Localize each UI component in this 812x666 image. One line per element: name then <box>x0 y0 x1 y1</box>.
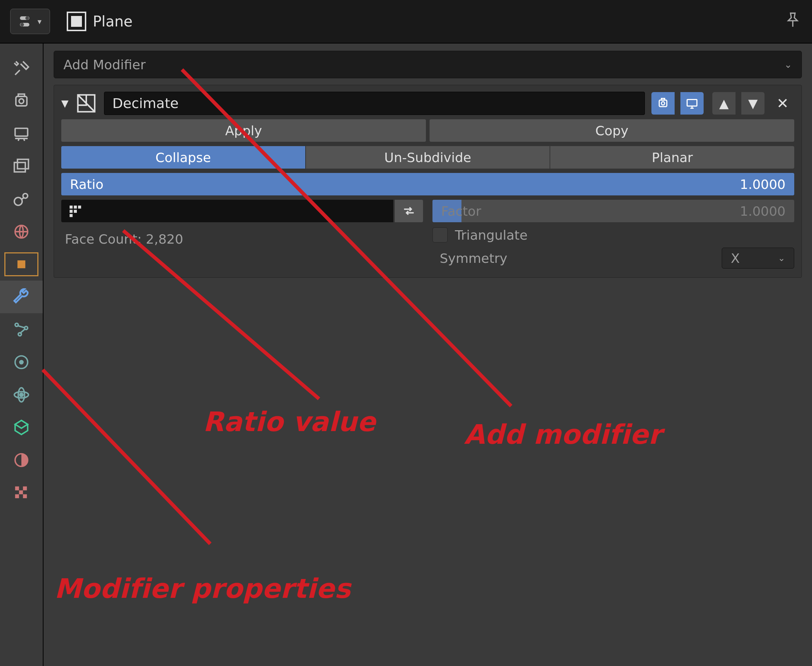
symmetry-axis-select[interactable]: X ⌄ <box>722 247 794 269</box>
apply-button[interactable]: Apply <box>61 119 426 142</box>
symmetry-label: Symmetry <box>440 251 507 266</box>
apply-label: Apply <box>225 123 262 138</box>
display-viewport-toggle[interactable] <box>680 92 703 115</box>
tab-object[interactable] <box>0 248 43 280</box>
factor-label: Factor <box>441 204 481 219</box>
factor-slider[interactable]: Factor 1.0000 <box>432 200 794 222</box>
tab-world[interactable] <box>0 215 43 248</box>
svg-rect-26 <box>15 494 19 498</box>
svg-point-18 <box>20 361 23 364</box>
svg-rect-37 <box>74 210 77 213</box>
remove-modifier-button[interactable]: ✕ <box>771 92 794 115</box>
chevron-down-icon: ⌄ <box>784 59 792 70</box>
svg-rect-29 <box>659 100 667 107</box>
ratio-value: 1.0000 <box>740 177 786 192</box>
svg-point-10 <box>15 198 23 206</box>
tab-physics[interactable] <box>0 346 43 379</box>
modifier-name-text: Decimate <box>112 96 179 111</box>
tab-modifiers[interactable] <box>0 280 43 313</box>
svg-rect-23 <box>15 486 19 491</box>
triangulate-row: Triangulate <box>432 227 794 242</box>
svg-rect-27 <box>23 494 27 498</box>
copy-button[interactable]: Copy <box>430 119 794 142</box>
modifier-panel-decimate: ▼ Decimate ▲ ▼ ✕ <box>54 85 802 278</box>
svg-rect-33 <box>69 206 72 208</box>
svg-rect-9 <box>17 160 28 169</box>
tab-view-layer[interactable] <box>0 150 43 183</box>
svg-rect-24 <box>23 486 27 491</box>
collapse-caret-icon[interactable]: ▼ <box>61 98 69 109</box>
move-down-button[interactable]: ▼ <box>741 92 764 115</box>
svg-rect-34 <box>74 206 77 208</box>
vertex-group-invert-button[interactable] <box>395 200 423 222</box>
svg-rect-25 <box>19 491 23 495</box>
chevron-down-icon: ▾ <box>37 17 41 26</box>
mode-unsubdivide-label: Un-Subdivide <box>384 150 471 165</box>
add-modifier-dropdown[interactable]: Add Modifier ⌄ <box>54 51 802 78</box>
ratio-slider[interactable]: Ratio 1.0000 <box>61 173 794 195</box>
svg-rect-4 <box>16 96 27 106</box>
mode-planar-label: Planar <box>652 150 693 165</box>
mode-collapse[interactable]: Collapse <box>61 146 305 168</box>
symmetry-axis-value: X <box>731 251 740 266</box>
tab-render[interactable] <box>0 85 43 117</box>
mode-planar[interactable]: Planar <box>550 146 794 168</box>
move-up-button[interactable]: ▲ <box>712 92 736 115</box>
svg-point-3 <box>20 23 24 26</box>
svg-point-6 <box>19 99 24 104</box>
svg-rect-31 <box>662 99 665 101</box>
properties-header: ▾ Plane <box>0 0 812 43</box>
factor-value: 1.0000 <box>740 204 786 219</box>
annotation-ratio: Ratio value <box>203 406 376 437</box>
pin-icon[interactable] <box>784 11 802 32</box>
copy-label: Copy <box>595 123 628 138</box>
svg-rect-8 <box>15 162 25 172</box>
svg-rect-35 <box>78 206 81 208</box>
object-name: Plane <box>93 13 133 30</box>
ratio-label: Ratio <box>70 177 103 192</box>
add-modifier-label: Add Modifier <box>63 57 146 72</box>
tab-scene[interactable] <box>0 183 43 215</box>
mode-collapse-label: Collapse <box>155 150 211 165</box>
display-render-toggle[interactable] <box>651 92 675 115</box>
tab-constraints[interactable] <box>0 379 43 411</box>
triangulate-checkbox[interactable] <box>432 227 448 242</box>
tab-output[interactable] <box>0 117 43 150</box>
svg-rect-36 <box>69 210 72 213</box>
face-count-label: Face Count: 2,820 <box>61 232 423 247</box>
tab-texture[interactable] <box>0 476 43 509</box>
properties-tabs <box>0 43 43 666</box>
tab-tool[interactable] <box>0 52 43 85</box>
svg-point-30 <box>662 102 665 105</box>
chevron-down-icon: ⌄ <box>778 253 785 263</box>
svg-rect-32 <box>687 100 697 106</box>
tab-particles[interactable] <box>0 313 43 346</box>
tab-material[interactable] <box>0 444 43 476</box>
editor-type-selector[interactable]: ▾ <box>10 9 50 34</box>
svg-rect-7 <box>15 129 28 136</box>
svg-point-2 <box>25 16 29 20</box>
object-mesh-icon <box>67 12 86 31</box>
annotation-modifier-properties: Modifier properties <box>54 573 351 604</box>
tab-data[interactable] <box>0 411 43 444</box>
triangulate-label: Triangulate <box>455 227 527 242</box>
object-breadcrumb[interactable]: Plane <box>67 12 133 31</box>
svg-point-21 <box>20 393 23 397</box>
vertex-group-field[interactable] <box>61 200 393 222</box>
decimate-icon <box>75 92 97 115</box>
svg-rect-38 <box>69 214 72 217</box>
modifier-name-field[interactable]: Decimate <box>104 92 645 115</box>
svg-rect-5 <box>18 94 24 97</box>
annotation-add-modifier: Add modifier <box>464 419 662 450</box>
mode-unsubdivide[interactable]: Un-Subdivide <box>306 146 550 168</box>
svg-rect-13 <box>17 260 25 268</box>
